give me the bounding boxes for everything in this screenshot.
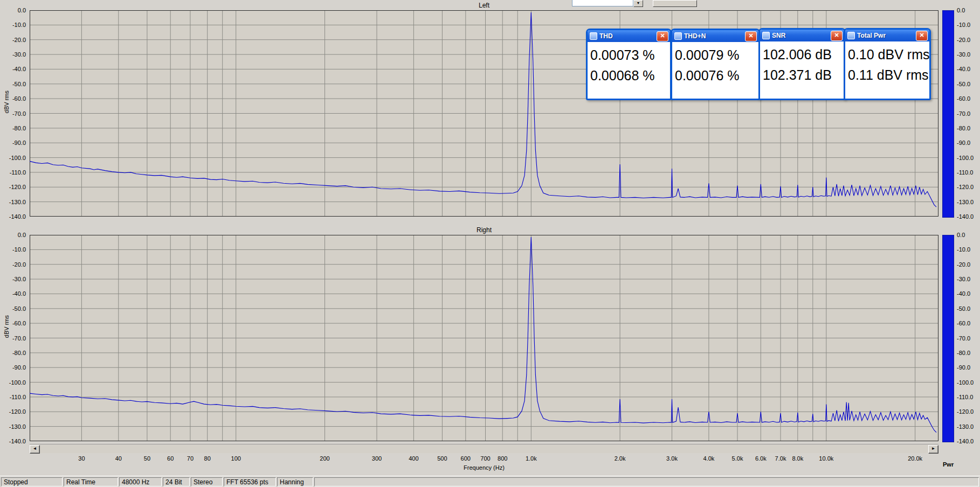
x-tick-label: 400 [409,455,418,462]
level-meter-fill [943,11,954,217]
window-titlebar[interactable]: THD+N ✕ [672,30,758,42]
app-window: ▼ PHS Left dBV rms 0.0-10.0-20.0-30.0-40… [0,0,980,487]
x-tick-label: 1.0k [526,455,537,462]
scroll-left-icon[interactable]: ◄ [30,445,40,454]
meter-tick-label: -20.0 [957,37,970,43]
x-tick-label: 7.0k [775,455,786,462]
window-thd[interactable]: THD ✕ 0.00073 % 0.00068 % [586,29,672,100]
window-titlebar[interactable]: SNR ✕ [760,30,844,41]
meter-tick-label: -50.0 [957,305,970,312]
y-tick-label: -20.0 [1,261,26,268]
thdn-value-right: 0.00076 % [675,65,756,86]
meter-tick-label: -70.0 [957,110,970,117]
status-state: Stopped [1,477,63,486]
window-thdn[interactable]: THD+N ✕ 0.00079 % 0.00076 % [671,29,760,100]
status-bitdepth: 24 Bit [163,477,190,486]
x-tick-label: 6.0k [755,455,767,462]
meter-tick-label: -10.0 [957,246,970,253]
y-tick-label: -120.0 [1,408,26,415]
y-tick-label: -70.0 [1,335,26,342]
y-tick-label: -60.0 [1,320,26,326]
y-axis-ticks-left: 0.0-10.0-20.0-30.0-40.0-50.0-60.0-70.0-8… [0,10,27,217]
y-tick-label: -130.0 [1,423,26,430]
y-tick-label: 0.0 [1,7,26,13]
window-title: THD [599,32,613,40]
meter-tick-label: -60.0 [957,320,970,326]
y-tick-label: -30.0 [1,51,26,58]
y-tick-label: -90.0 [1,364,26,371]
horizontal-scrollbar[interactable]: ◄ ► [30,444,938,453]
close-icon[interactable]: ✕ [745,31,757,41]
thd-value-right: 0.00068 % [590,65,668,86]
meter-tick-label: -40.0 [957,66,970,72]
x-tick-label: 80 [204,455,211,462]
meter-tick-label: -120.0 [957,408,974,415]
status-spacer [314,477,979,486]
status-samplerate: 48000 Hz [119,477,162,486]
y-tick-label: -130.0 [1,199,26,205]
snr-value-left: 102.006 dB [763,44,842,65]
meter-ticks-right: 0.0-10.0-20.0-30.0-40.0-50.0-60.0-70.0-8… [957,235,980,441]
meter-tick-label: -140.0 [957,438,974,444]
window-titlebar[interactable]: Total Pwr ✕ [845,30,929,41]
x-tick-label: 50 [144,455,150,462]
status-mode: Real Time [64,477,118,486]
close-icon[interactable]: ✕ [657,31,668,41]
status-fft-size: FFT 65536 pts [224,477,276,486]
close-icon[interactable]: ✕ [831,31,843,41]
status-channels: Stereo [191,477,223,486]
scroll-right-icon[interactable]: ► [928,445,938,454]
level-meter-fill [943,235,954,442]
spectrum-plot-right[interactable] [30,235,938,441]
meter-tick-label: -120.0 [957,184,974,190]
x-tick-label: 40 [115,455,122,462]
meter-tick-label: -110.0 [957,169,973,176]
x-tick-label: 100 [231,455,241,462]
window-title: SNR [772,32,785,39]
x-tick-label: 4.0k [703,455,714,462]
y-tick-label: -100.0 [1,155,26,161]
x-tick-label: 3.0k [666,455,678,462]
total-pwr-value-right: 0.11 dBV rms [848,65,927,85]
window-total-pwr[interactable]: Total Pwr ✕ 0.10 dBV rms 0.11 dBV rms [844,28,931,100]
meter-tick-label: -10.0 [957,22,970,28]
thdn-value-left: 0.00079 % [675,45,756,65]
meter-tick-label: -100.0 [957,155,974,161]
meter-tick-label: -90.0 [957,140,970,146]
y-tick-label: -110.0 [1,394,26,400]
meter-tick-label: 0.0 [957,7,965,13]
meter-tick-label: -50.0 [957,81,970,87]
meter-tick-label: -130.0 [957,423,974,430]
window-titlebar[interactable]: THD ✕ [588,30,670,42]
y-tick-label: -10.0 [1,22,26,28]
y-tick-label: -40.0 [1,66,26,72]
spectrum-canvas-right[interactable] [30,235,938,441]
window-icon [847,32,855,39]
y-tick-label: -20.0 [1,37,26,43]
y-tick-label: -50.0 [1,81,26,87]
meter-ticks-left: 0.0-10.0-20.0-30.0-40.0-50.0-60.0-70.0-8… [957,10,980,217]
window-snr[interactable]: SNR ✕ 102.006 dB 102.371 dB [758,28,846,100]
y-tick-label: -140.0 [1,213,26,220]
x-tick-label: 60 [167,455,174,462]
x-axis-label: Frequency (Hz) [30,464,938,471]
meter-tick-label: -140.0 [957,213,974,220]
window-title: THD+N [684,32,706,40]
x-tick-label: 200 [320,455,329,462]
x-tick-label: 70 [187,455,194,462]
meter-tick-label: -110.0 [957,394,973,400]
status-window-fn: Hanning [277,477,313,486]
level-meter-right [942,235,954,442]
x-tick-label: 10.0k [819,455,833,462]
meter-tick-label: -80.0 [957,125,970,131]
meter-tick-label: -30.0 [957,51,970,58]
x-tick-label: 8.0k [792,455,803,462]
x-tick-label: 30 [78,455,85,462]
meter-tick-label: -100.0 [957,379,974,386]
meter-tick-label: -60.0 [957,95,970,102]
level-meter-left [942,10,954,218]
y-axis-ticks-right: 0.0-10.0-20.0-30.0-40.0-50.0-60.0-70.0-8… [0,235,27,441]
close-icon[interactable]: ✕ [916,31,928,41]
plot-title-right: Right [30,226,938,234]
y-tick-label: -100.0 [1,379,26,386]
